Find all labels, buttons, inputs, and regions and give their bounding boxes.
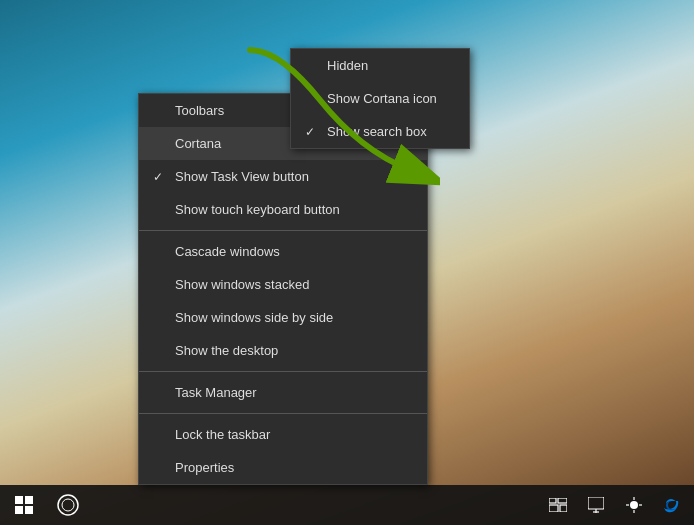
menu-item-label: Show windows side by side	[175, 310, 333, 325]
menu-item-label: Show windows stacked	[175, 277, 309, 292]
svg-rect-7	[588, 497, 604, 509]
start-button[interactable]	[0, 485, 48, 525]
submenu-item-hidden[interactable]: Hidden	[291, 49, 469, 82]
menu-item-label: Show touch keyboard button	[175, 202, 340, 217]
edge-icon	[663, 496, 681, 514]
menu-item-show-windows-stacked[interactable]: Show windows stacked	[139, 268, 427, 301]
brightness-icon	[626, 497, 642, 513]
svg-rect-6	[560, 505, 567, 512]
menu-item-label: Show Task View button	[175, 169, 309, 184]
taskbar-right-area	[540, 485, 694, 525]
submenu-item-label: Hidden	[327, 58, 368, 73]
menu-item-label: Properties	[175, 460, 234, 475]
svg-point-2	[62, 499, 74, 511]
svg-point-10	[630, 501, 638, 509]
submenu-item-label: Show Cortana icon	[327, 91, 437, 106]
menu-item-task-manager[interactable]: Task Manager	[139, 376, 427, 409]
menu-item-lock-taskbar[interactable]: Lock the taskbar	[139, 418, 427, 451]
menu-item-label: Toolbars	[175, 103, 224, 118]
menu-item-label: Cortana	[175, 136, 221, 151]
menu-item-cascade-windows[interactable]: Cascade windows	[139, 235, 427, 268]
cortana-search-button[interactable]	[48, 485, 88, 525]
separator-1	[139, 230, 427, 231]
menu-item-show-touch-keyboard[interactable]: Show touch keyboard button	[139, 193, 427, 226]
cortana-icon	[57, 494, 79, 516]
check-icon: ✓	[305, 125, 315, 139]
menu-item-show-task-view[interactable]: ✓ Show Task View button	[139, 160, 427, 193]
submenu-item-search-box[interactable]: ✓ Show search box	[291, 115, 469, 148]
menu-item-label: Show the desktop	[175, 343, 278, 358]
check-icon: ✓	[153, 170, 163, 184]
svg-rect-4	[558, 498, 567, 503]
menu-item-label: Cascade windows	[175, 244, 280, 259]
submenu-item-label: Show search box	[327, 124, 427, 139]
task-view-icon	[549, 498, 567, 512]
separator-2	[139, 371, 427, 372]
menu-item-label: Task Manager	[175, 385, 257, 400]
svg-rect-5	[549, 505, 558, 512]
svg-point-1	[58, 495, 78, 515]
menu-item-show-desktop[interactable]: Show the desktop	[139, 334, 427, 367]
context-menu: Toolbars Cortana ✓ Show Task View button…	[138, 93, 428, 485]
task-view-button[interactable]	[540, 485, 576, 525]
menu-item-properties[interactable]: Properties	[139, 451, 427, 484]
menu-item-label: Lock the taskbar	[175, 427, 270, 442]
notifications-icon	[588, 497, 604, 513]
taskbar	[0, 485, 694, 525]
brightness-button[interactable]	[616, 485, 652, 525]
menu-item-show-windows-side[interactable]: Show windows side by side	[139, 301, 427, 334]
submenu-item-cortana-icon[interactable]: Show Cortana icon	[291, 82, 469, 115]
windows-logo-icon	[15, 496, 33, 514]
cortana-submenu: Hidden Show Cortana icon ✓ Show search b…	[290, 48, 470, 149]
notifications-button[interactable]	[578, 485, 614, 525]
edge-button[interactable]	[654, 485, 690, 525]
separator-3	[139, 413, 427, 414]
svg-rect-3	[549, 498, 556, 503]
